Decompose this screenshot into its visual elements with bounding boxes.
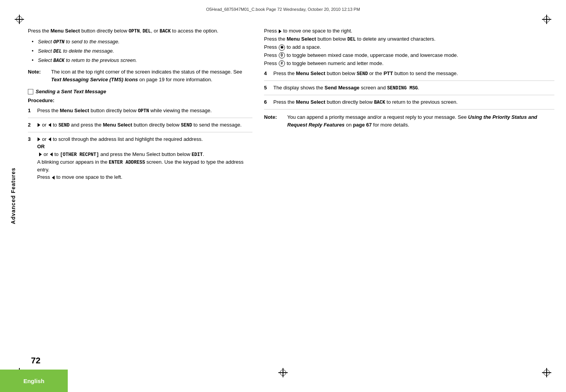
arrow-left-3 <box>48 137 51 141</box>
arrow-right-3 <box>38 137 40 141</box>
divider-2 <box>28 132 252 132</box>
sidebar: Advanced Features <box>0 0 26 392</box>
step-5: 5 The display shows the Send Message scr… <box>264 84 554 92</box>
step-3: 3 or to scroll through the address list … <box>28 135 252 181</box>
step-3-continuation: Press to move one space to the right. Pr… <box>264 27 554 67</box>
reg-mark-bottom-right <box>542 368 551 377</box>
step-3-sub: or to [OTHER RECPNT] and press the Menu … <box>37 151 244 180</box>
bullet-item-2: Select DEL to delete the message. <box>32 47 252 55</box>
step-4-content: Press the Menu Select button below SEND … <box>273 70 554 77</box>
procedure-label: Procedure: <box>28 97 252 104</box>
intro-paragraph: Press the Menu Select button directly be… <box>28 27 252 35</box>
reg-mark-bottom-center <box>278 368 288 377</box>
section-heading: Sending a Sent Text Message <box>28 89 252 94</box>
step-3-content: or to scroll through the address list an… <box>37 135 252 181</box>
section-title: Sending a Sent Text Message <box>36 89 106 94</box>
divider-4 <box>264 80 554 81</box>
step-6-num: 6 <box>264 98 270 106</box>
divider-6 <box>264 109 554 110</box>
note-2-label: Note: <box>264 113 283 128</box>
file-info-bar: O5Head_6875947M01_C.book Page 72 Wednesd… <box>0 7 566 12</box>
step-2: 2 or to SEND and press the Menu Select b… <box>28 121 252 129</box>
divider-5 <box>264 95 554 95</box>
note-1-text: The icon at the top right corner of the … <box>51 68 252 83</box>
step-4-num: 4 <box>264 70 270 77</box>
note-1-label: Note: <box>28 68 47 83</box>
or-text: OR <box>37 144 45 149</box>
divider-1 <box>28 118 252 118</box>
note-2: Note: You can append a priority message … <box>264 113 554 128</box>
step-5-content: The display shows the Send Message scree… <box>273 84 554 92</box>
bullet-item-1: Select OPTN to send to the message. <box>32 38 252 46</box>
bullet-item-3: Select BACK to return to the previous sc… <box>32 56 252 64</box>
sidebar-text: Advanced Features <box>10 168 16 224</box>
reg-mark-top-right <box>542 15 551 24</box>
page-container: O5Head_6875947M01_C.book Page 72 Wednesd… <box>0 0 566 392</box>
step-1-content: Press the Menu Select button directly be… <box>37 107 252 115</box>
reg-circle-br <box>544 370 550 376</box>
right-column: Press to move one space to the right. Pr… <box>264 27 554 346</box>
arrow-left-3c <box>52 176 55 180</box>
reg-circle-bc <box>280 370 286 376</box>
step-6: 6 Press the Menu Select button directly … <box>264 98 554 106</box>
step-2-content: or to SEND and press the Menu Select but… <box>37 121 252 129</box>
language-tab-label: English <box>23 378 44 384</box>
note-2-text: You can append a priority message and/or… <box>287 113 554 128</box>
note-1: Note: The icon at the top right corner o… <box>28 68 252 83</box>
arrow-right-3b <box>39 152 42 156</box>
main-content: Press the Menu Select button directly be… <box>28 27 554 346</box>
language-tab: English <box>0 370 68 392</box>
file-info-text: O5Head_6875947M01_C.book Page 72 Wednesd… <box>206 7 360 12</box>
reg-circle-tr <box>544 16 550 22</box>
zero-circled: 0 <box>279 52 285 58</box>
section-icon <box>28 89 33 94</box>
step-1: 1 Press the Menu Select button directly … <box>28 107 252 115</box>
star-circled: ✱ <box>279 45 285 51</box>
left-column: Press the Menu Select button directly be… <box>28 27 252 346</box>
step-6-content: Press the Menu Select button directly be… <box>273 98 554 106</box>
step-5-num: 5 <box>264 84 270 92</box>
step-3-num: 3 <box>28 135 34 181</box>
bullet-list: Select OPTN to send to the message. Sele… <box>32 38 252 64</box>
arrow-left-3b <box>50 152 53 156</box>
step-1-num: 1 <box>28 107 34 115</box>
arrow-right-icon <box>38 123 40 127</box>
page-number: 72 <box>31 356 40 366</box>
step-4: 4 Press the Menu Select button below SEN… <box>264 70 554 77</box>
arrow-left-icon <box>48 123 51 127</box>
step-2-num: 2 <box>28 121 34 129</box>
hash-circled: # <box>279 60 285 67</box>
arrow-right-cont <box>279 29 281 33</box>
